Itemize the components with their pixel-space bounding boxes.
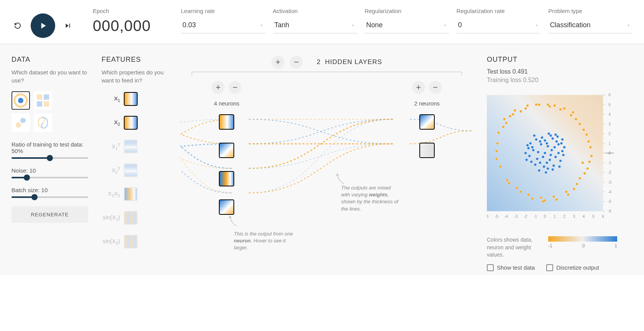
- svg-point-79: [536, 158, 539, 160]
- dataset-spiral[interactable]: [34, 114, 52, 132]
- reset-button[interactable]: [12, 20, 24, 32]
- svg-point-31: [570, 114, 572, 117]
- feature-2[interactable]: X12: [102, 139, 167, 154]
- svg-point-47: [524, 107, 527, 110]
- regularization-select[interactable]: None: [365, 17, 449, 33]
- svg-point-121: [547, 167, 549, 170]
- neuron-l2-2[interactable]: [419, 143, 435, 158]
- svg-point-117: [525, 158, 528, 161]
- play-button[interactable]: [31, 13, 55, 38]
- chevron-down-icon: [443, 23, 447, 28]
- svg-text:-6: -6: [487, 214, 489, 219]
- svg-point-30: [559, 108, 562, 111]
- feature-thumb: [124, 163, 138, 177]
- dataset-gauss[interactable]: [12, 114, 30, 132]
- svg-point-100: [535, 138, 538, 141]
- neuron-l2-1[interactable]: [419, 114, 435, 130]
- regularization-rate-select[interactable]: 0: [457, 17, 541, 33]
- checkbox-icon: [487, 264, 494, 271]
- svg-point-95: [556, 135, 559, 138]
- neuron-l1-2[interactable]: [219, 143, 234, 158]
- svg-point-68: [586, 167, 589, 170]
- svg-text:-2: -2: [524, 214, 527, 219]
- chevron-down-icon: [351, 23, 355, 28]
- svg-point-99: [554, 146, 556, 149]
- svg-point-46: [572, 111, 575, 114]
- feature-label: X1: [102, 95, 120, 103]
- neuron-l1-4[interactable]: [219, 199, 234, 215]
- activation-select[interactable]: Tanh: [273, 17, 357, 33]
- svg-point-96: [530, 160, 533, 163]
- batch-slider[interactable]: [12, 196, 88, 198]
- remove-neuron-button-l2[interactable]: −: [429, 81, 442, 94]
- feature-6[interactable]: sin(X2): [102, 234, 167, 249]
- add-layer-button[interactable]: +: [271, 56, 284, 69]
- output-heatmap[interactable]: -6-5-4-3-2-10123456-6-5-4-3-2-10123456: [487, 91, 632, 231]
- svg-point-1: [18, 98, 23, 103]
- svg-point-92: [563, 146, 566, 149]
- svg-rect-19: [420, 115, 435, 130]
- learning-rate-select[interactable]: 0.03: [181, 17, 265, 33]
- svg-rect-2: [37, 94, 42, 100]
- svg-text:5: 5: [592, 214, 595, 219]
- chevron-down-icon: [534, 23, 539, 28]
- svg-point-65: [547, 103, 549, 106]
- problem-type-select[interactable]: Classification: [548, 17, 632, 33]
- feature-4[interactable]: X1X2: [102, 186, 167, 202]
- ratio-slider[interactable]: [12, 157, 88, 159]
- svg-point-54: [535, 103, 538, 106]
- svg-text:3: 3: [573, 214, 575, 219]
- feature-3[interactable]: X22: [102, 163, 167, 178]
- svg-point-75: [551, 137, 554, 140]
- feature-1[interactable]: X2: [102, 115, 167, 130]
- neuron-count-l1: 4 neurons: [214, 100, 240, 107]
- svg-point-66: [495, 158, 498, 160]
- svg-text:6: 6: [602, 214, 604, 219]
- remove-layer-button[interactable]: −: [290, 56, 303, 69]
- svg-point-37: [576, 183, 578, 186]
- add-neuron-button-l2[interactable]: +: [412, 81, 425, 94]
- svg-point-56: [519, 110, 522, 113]
- svg-point-90: [547, 132, 550, 135]
- neuron-l1-3[interactable]: [219, 171, 234, 186]
- svg-point-93: [524, 152, 527, 155]
- feature-thumb: [124, 187, 138, 201]
- epoch-label: Epoch: [93, 8, 173, 14]
- svg-point-71: [573, 188, 575, 190]
- step-button[interactable]: [62, 20, 74, 31]
- svg-point-102: [528, 155, 531, 157]
- svg-point-42: [516, 187, 518, 189]
- feature-5[interactable]: sin(X1): [102, 210, 167, 226]
- svg-rect-3: [44, 94, 49, 100]
- svg-point-94: [545, 171, 547, 174]
- dataset-circle[interactable]: [12, 91, 30, 110]
- feature-thumb: [124, 211, 138, 225]
- svg-point-110: [558, 165, 561, 168]
- svg-rect-8: [125, 93, 138, 106]
- layers-bracket: [192, 72, 462, 76]
- svg-point-41: [527, 193, 530, 196]
- play-icon: [38, 21, 48, 31]
- svg-point-72: [547, 145, 549, 148]
- add-neuron-button-l1[interactable]: +: [212, 81, 225, 94]
- neuron-l1-1[interactable]: [219, 114, 234, 130]
- show-test-data-checkbox[interactable]: Show test data: [487, 264, 535, 271]
- discretize-output-checkbox[interactable]: Discretize output: [546, 264, 599, 271]
- dataset-xor[interactable]: [34, 91, 52, 110]
- svg-rect-17: [220, 172, 234, 186]
- regularization-rate-label: Regularization rate: [457, 8, 541, 14]
- noise-slider[interactable]: [12, 177, 88, 178]
- feature-0[interactable]: X1: [102, 91, 167, 107]
- svg-point-52: [502, 126, 505, 128]
- feature-thumb: [124, 235, 138, 249]
- feature-label: X12: [102, 142, 120, 151]
- remove-neuron-button-l1[interactable]: −: [228, 81, 242, 94]
- svg-text:1: 1: [554, 214, 556, 219]
- svg-point-115: [543, 165, 545, 168]
- training-loss: Training loss 0.520: [487, 77, 632, 84]
- feature-label: sin(X2): [102, 238, 120, 245]
- svg-text:-4: -4: [504, 214, 508, 219]
- svg-text:5: 5: [608, 103, 611, 107]
- regenerate-button[interactable]: REGENERATE: [12, 206, 88, 223]
- svg-point-32: [578, 123, 581, 125]
